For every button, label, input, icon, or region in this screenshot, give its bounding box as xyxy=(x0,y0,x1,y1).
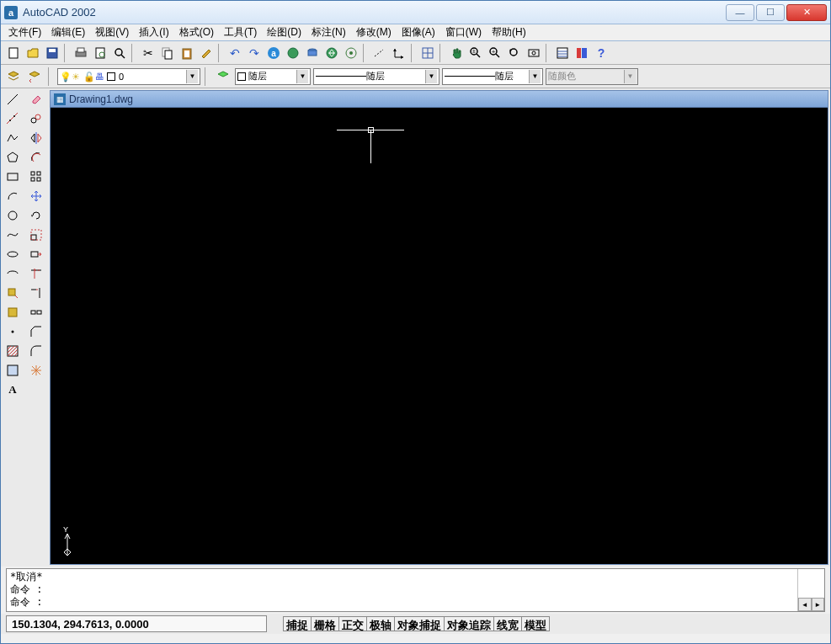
ellipse-arc-icon[interactable] xyxy=(3,264,22,282)
print-preview-icon[interactable] xyxy=(91,44,109,62)
polygon-icon[interactable] xyxy=(3,148,22,166)
make-block-icon[interactable] xyxy=(3,303,22,321)
region-icon[interactable] xyxy=(3,361,22,379)
scale-icon[interactable] xyxy=(27,226,45,243)
menu-modify[interactable]: 修改(M) xyxy=(352,24,396,40)
menu-window[interactable]: 窗口(W) xyxy=(441,24,486,40)
grid-toggle[interactable]: 栅格 xyxy=(311,616,339,631)
model-toggle[interactable]: 模型 xyxy=(521,616,550,631)
menu-insert[interactable]: 插入(I) xyxy=(135,24,173,40)
scroll-left-button[interactable]: ◄ xyxy=(798,598,812,611)
construction-line-icon[interactable] xyxy=(3,109,22,127)
menu-file[interactable]: 文件(F) xyxy=(4,24,45,40)
trim-icon[interactable] xyxy=(27,264,45,282)
drawing-canvas[interactable]: Y xyxy=(51,108,828,564)
offset-icon[interactable] xyxy=(27,148,45,166)
dropdown-arrow-icon[interactable]: ▼ xyxy=(529,70,541,83)
zoom-window-icon[interactable]: + xyxy=(486,44,504,62)
help-icon[interactable]: ? xyxy=(592,44,610,62)
rotate-icon[interactable] xyxy=(27,206,45,224)
menu-view[interactable]: 视图(V) xyxy=(91,24,133,40)
mtext-icon[interactable]: A xyxy=(3,381,22,398)
linetype-combo[interactable]: 随层 ▼ xyxy=(313,68,439,85)
explode-icon[interactable] xyxy=(27,361,45,379)
find-icon[interactable] xyxy=(110,44,129,62)
copy-icon[interactable] xyxy=(158,44,177,62)
fillet-icon[interactable] xyxy=(27,342,45,359)
layer-manager-icon[interactable] xyxy=(4,67,23,86)
mirror-icon[interactable] xyxy=(27,129,45,146)
zoom-realtime-icon[interactable]: ± xyxy=(466,44,485,62)
open-icon[interactable] xyxy=(24,44,42,62)
menu-help[interactable]: 帮助(H) xyxy=(487,24,530,40)
extend-icon[interactable] xyxy=(27,284,45,301)
print-icon[interactable] xyxy=(72,44,90,62)
color-combo[interactable]: 随层 ▼ xyxy=(235,68,311,85)
undo-icon[interactable]: ↶ xyxy=(226,44,244,62)
osnap-toggle[interactable]: 对象捕捉 xyxy=(394,616,445,631)
copy-object-icon[interactable] xyxy=(27,109,45,127)
circle-icon[interactable] xyxy=(3,206,22,224)
lineweight-combo[interactable]: 随层 ▼ xyxy=(442,68,543,85)
new-icon[interactable] xyxy=(4,44,23,62)
command-window[interactable]: *取消* 命令 : 命令 : ◄ ► xyxy=(6,568,825,612)
spline-icon[interactable] xyxy=(3,226,22,243)
tracking-icon[interactable] xyxy=(342,44,360,62)
layer-combo[interactable]: 💡 ☀ 🔓 🖶 0 ▼ xyxy=(57,68,200,85)
make-layer-current-icon[interactable] xyxy=(214,67,232,86)
layer-previous-icon[interactable] xyxy=(25,67,44,86)
ortho-toggle[interactable]: 正交 xyxy=(338,616,367,631)
insert-block-icon[interactable] xyxy=(3,284,22,301)
browser-icon[interactable] xyxy=(284,44,302,62)
minimize-button[interactable]: — xyxy=(726,4,754,21)
ellipse-icon[interactable] xyxy=(3,245,22,263)
chamfer-icon[interactable] xyxy=(27,322,45,340)
snap-toggle[interactable]: 捕捉 xyxy=(283,616,312,631)
rectangle-icon[interactable] xyxy=(3,168,22,185)
break-icon[interactable] xyxy=(27,303,45,321)
array-icon[interactable] xyxy=(27,168,45,185)
dropdown-arrow-icon[interactable]: ▼ xyxy=(296,70,308,83)
coordinate-display[interactable]: 150.1304, 294.7613, 0.0000 xyxy=(6,615,267,632)
erase-icon[interactable] xyxy=(27,90,45,108)
ucs-icon[interactable] xyxy=(390,44,408,62)
cut-icon[interactable]: ✂ xyxy=(139,44,157,62)
save-icon[interactable] xyxy=(43,44,61,62)
distance-icon[interactable] xyxy=(370,44,389,62)
menu-tools[interactable]: 工具(T) xyxy=(220,24,261,40)
pan-icon[interactable] xyxy=(447,44,466,62)
properties-icon[interactable] xyxy=(553,44,572,62)
maximize-button[interactable]: ☐ xyxy=(756,4,785,21)
stretch-icon[interactable] xyxy=(27,245,45,263)
move-icon[interactable] xyxy=(27,187,45,205)
line-icon[interactable] xyxy=(3,90,22,108)
today-icon[interactable]: a xyxy=(264,44,283,62)
menu-edit[interactable]: 编辑(E) xyxy=(47,24,89,40)
match-properties-icon[interactable] xyxy=(197,44,216,62)
zoom-previous-icon[interactable] xyxy=(505,44,524,62)
menu-draw[interactable]: 绘图(D) xyxy=(263,24,306,40)
paste-icon[interactable] xyxy=(178,44,196,62)
scroll-right-button[interactable]: ► xyxy=(812,598,825,611)
designcenter-icon[interactable] xyxy=(573,44,591,62)
command-text[interactable]: *取消* 命令 : 命令 : xyxy=(7,569,797,611)
polar-toggle[interactable]: 极轴 xyxy=(366,616,395,631)
close-button[interactable]: ✕ xyxy=(786,4,827,21)
insert-hyperlink-icon[interactable] xyxy=(322,44,341,62)
lwt-toggle[interactable]: 线宽 xyxy=(493,616,522,631)
drawing-titlebar[interactable]: ▦ Drawing1.dwg xyxy=(51,91,828,108)
dropdown-arrow-icon[interactable]: ▼ xyxy=(425,70,437,83)
menu-format[interactable]: 格式(O) xyxy=(175,24,218,40)
hatch-icon[interactable] xyxy=(3,342,22,359)
dbconnect-icon[interactable] xyxy=(303,44,322,62)
menu-dimension[interactable]: 标注(N) xyxy=(307,24,350,40)
arc-icon[interactable] xyxy=(3,187,22,205)
menu-image[interactable]: 图像(A) xyxy=(397,24,439,40)
point-icon[interactable] xyxy=(3,322,22,340)
named-views-icon[interactable] xyxy=(525,44,543,62)
redo-icon[interactable]: ↷ xyxy=(245,44,264,62)
polyline-icon[interactable] xyxy=(3,129,22,146)
redraw-icon[interactable] xyxy=(418,44,437,62)
otrack-toggle[interactable]: 对象追踪 xyxy=(444,616,494,631)
dropdown-arrow-icon[interactable]: ▼ xyxy=(186,70,198,83)
